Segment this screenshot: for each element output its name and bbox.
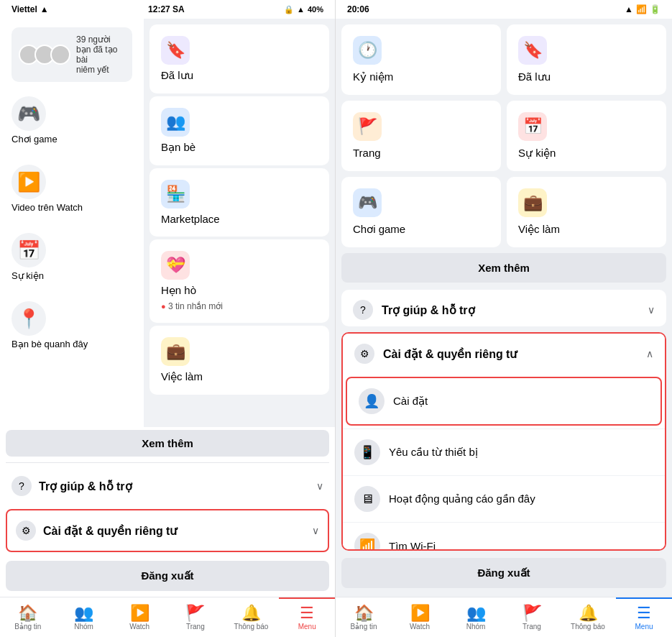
status-icons-right: ▲ 📶 🔋: [625, 4, 661, 14]
hen-ho-sublabel-text: 3 tin nhắn mới: [168, 301, 223, 311]
right-item-ban-be[interactable]: 👥 Bạn bè: [149, 96, 329, 165]
settings-icon-right: ⚙: [354, 344, 374, 364]
see-more-button-right[interactable]: Xem thêm: [341, 253, 666, 283]
grid-item-ky-niem[interactable]: 🕐 Kỷ niệm: [341, 24, 501, 95]
left-item-video-watch[interactable]: ▶️ Video trên Watch: [6, 156, 138, 221]
right-item-hen-ho[interactable]: 💝 Hẹn hò ● 3 tin nhắn mới: [149, 239, 329, 323]
ban-be-label: Bạn bè: [161, 141, 318, 154]
nav-menu-right[interactable]: ☰ Menu: [616, 597, 672, 637]
bottom-nav-right: 🏠 Bảng tin ▶️ Watch 👥 Nhóm 🚩 Trang 🔔 Thô…: [336, 597, 672, 637]
battery-right: 🔋: [650, 4, 661, 14]
avatar-3: [50, 45, 70, 65]
ky-niem-icon: 🕐: [358, 41, 377, 60]
hen-ho-sublabel: ● 3 tin nhắn mới: [161, 301, 318, 311]
signal-right: ▲: [625, 4, 633, 14]
da-luu-right-icon-bg: 🔖: [518, 36, 547, 65]
right-phone: 20:06 ▲ 📶 🔋 🕐 Kỷ niệm 🔖 Đã lưu: [336, 0, 672, 637]
nav-bang-tin-left[interactable]: 🏠 Bảng tin: [0, 597, 56, 637]
da-luu-icon-bg: 🔖: [161, 36, 190, 65]
su-kien-icon-bg: 📅: [11, 233, 46, 267]
grid-item-su-kien-right[interactable]: 📅 Sự kiện: [507, 101, 666, 171]
help-header-left[interactable]: ? Trợ giúp & hỗ trợ ∨: [6, 469, 329, 503]
signal-icon: ▲: [297, 5, 305, 14]
ban-be-icon: 👥: [166, 113, 185, 132]
nav-bang-tin-label-left: Bảng tin: [14, 623, 41, 631]
trang-right-icon: 🚩: [358, 117, 377, 136]
cai-dat-icon: 👤: [359, 388, 385, 414]
logout-button-left[interactable]: Đăng xuất: [6, 561, 329, 591]
left-item-choi-game[interactable]: 🎮 Chơi game: [6, 88, 138, 153]
choi-game-icon: 🎮: [17, 103, 40, 125]
settings-header-right[interactable]: ⚙ Cài đặt & quyền riêng tư ∧: [343, 334, 665, 374]
help-icon-left: ?: [11, 476, 32, 496]
video-watch-label: Video trên Watch: [11, 202, 83, 213]
left-column: 39 người bạn đã tạo bài niêm yết 🎮 Chơi …: [0, 19, 144, 427]
nav-watch-right[interactable]: ▶️ Watch: [392, 597, 448, 637]
grid-item-viec-lam-right[interactable]: 💼 Việc làm: [507, 177, 666, 247]
gear-icon-right: ⚙: [360, 348, 369, 359]
time-right: 20:06: [347, 4, 369, 14]
video-watch-icon: ▶️: [17, 171, 40, 193]
right-item-viec-lam[interactable]: 💼 Việc làm: [149, 326, 329, 395]
da-luu-icon: 🔖: [166, 41, 185, 60]
bell-icon-left: 🔔: [241, 605, 261, 621]
su-kien-label: Sự kiện: [11, 270, 44, 281]
help-section-right: ? Trợ giúp & hỗ trợ ∨: [341, 290, 666, 326]
nav-nhom-right[interactable]: 👥 Nhóm: [448, 597, 504, 637]
viec-lam-right-icon: 💼: [523, 193, 543, 212]
choi-game-right-label: Chơi game: [353, 223, 489, 236]
nav-bang-tin-right[interactable]: 🏠 Bảng tin: [336, 597, 392, 637]
nav-menu-left[interactable]: ☰ Menu: [279, 597, 335, 637]
question-icon-right: ?: [360, 304, 366, 316]
video-watch-icon-bg: ▶️: [11, 165, 46, 199]
nav-thongbao-right[interactable]: 🔔 Thông báo: [560, 597, 616, 637]
grid-item-trang-right[interactable]: 🚩 Trang: [341, 101, 501, 171]
right-item-da-luu[interactable]: 🔖 Đã lưu: [149, 24, 329, 93]
help-chevron-right: ∨: [648, 304, 655, 316]
da-luu-right-label: Đã lưu: [518, 70, 655, 83]
battery-left: 40%: [308, 5, 323, 14]
help-icon-right: ?: [353, 300, 373, 320]
left-item-su-kien[interactable]: 📅 Sự kiện: [6, 224, 138, 290]
trang-right-label: Trang: [353, 147, 489, 159]
viec-lam-icon-bg: 💼: [161, 337, 190, 366]
marketplace-icon: 🏪: [166, 185, 185, 203]
help-text-right: Trợ giúp & hỗ trợ: [382, 303, 639, 317]
main-content-right: 🕐 Kỷ niệm 🔖 Đã lưu 🚩 Trang: [336, 19, 672, 597]
ban-be-quanh-label: Bạn bè quanh đây: [11, 339, 88, 349]
nav-watch-left[interactable]: ▶️ Watch: [111, 597, 167, 637]
grid-item-choi-game-right[interactable]: 🎮 Chơi game: [341, 177, 501, 247]
sub-item-cai-dat[interactable]: 👤 Cài đặt: [346, 377, 662, 426]
yeu-cau-label: Yêu cầu từ thiết bị: [389, 446, 478, 459]
trang-right-icon-bg: 🚩: [353, 112, 382, 141]
nav-trang-right[interactable]: 🚩 Trang: [504, 597, 560, 637]
right-column: 🔖 Đã lưu 👥 Bạn bè 🏪 Marketplace: [144, 19, 335, 427]
logout-button-right[interactable]: Đăng xuất: [341, 558, 666, 588]
see-more-button-left[interactable]: Xem thêm: [6, 430, 329, 457]
right-item-marketplace[interactable]: 🏪 Marketplace: [149, 168, 329, 237]
friends-banner: 39 người bạn đã tạo bài niêm yết: [11, 27, 132, 82]
grid-item-da-luu-right[interactable]: 🔖 Đã lưu: [507, 24, 666, 95]
nav-nhom-label-left: Nhóm: [74, 623, 93, 631]
viec-lam-right-icon-bg: 💼: [518, 188, 547, 217]
watch-icon-right: ▶️: [410, 605, 430, 621]
nav-watch-label-right: Watch: [410, 623, 430, 631]
nav-thongbao-left[interactable]: 🔔 Thông báo: [224, 597, 280, 637]
nav-nhom-left[interactable]: 👥 Nhóm: [56, 597, 112, 637]
choi-game-label: Chơi game: [11, 134, 57, 145]
nav-menu-label-left: Menu: [298, 623, 316, 631]
left-item-ban-be-quanh[interactable]: 📍 Bạn bè quanh đây: [6, 293, 138, 358]
help-header-right[interactable]: ? Trợ giúp & hỗ trợ ∨: [341, 290, 666, 326]
nav-watch-label-left: Watch: [129, 623, 149, 631]
settings-header-left[interactable]: ⚙ Cài đặt & quyền riêng tư ∨: [10, 513, 325, 548]
sub-item-yeu-cau[interactable]: 📱 Yêu cầu từ thiết bị: [343, 429, 665, 475]
nav-nhom-label-right: Nhóm: [466, 623, 486, 631]
tim-wifi-label: Tìm Wi-Fi: [389, 540, 436, 551]
marketplace-label: Marketplace: [161, 213, 318, 225]
bottom-nav-left: 🏠 Bảng tin 👥 Nhóm ▶️ Watch 🚩 Trang 🔔 Thô…: [0, 597, 335, 637]
sub-item-tim-wifi[interactable]: 📶 Tìm Wi-Fi: [343, 522, 665, 551]
nav-trang-left[interactable]: 🚩 Trang: [167, 597, 224, 637]
sub-item-quang-cao[interactable]: 🖥 Hoạt động quảng cáo gần đây: [343, 475, 665, 522]
status-bar-right: 20:06 ▲ 📶 🔋: [336, 0, 672, 19]
nav-bang-tin-label-right: Bảng tin: [350, 623, 377, 631]
